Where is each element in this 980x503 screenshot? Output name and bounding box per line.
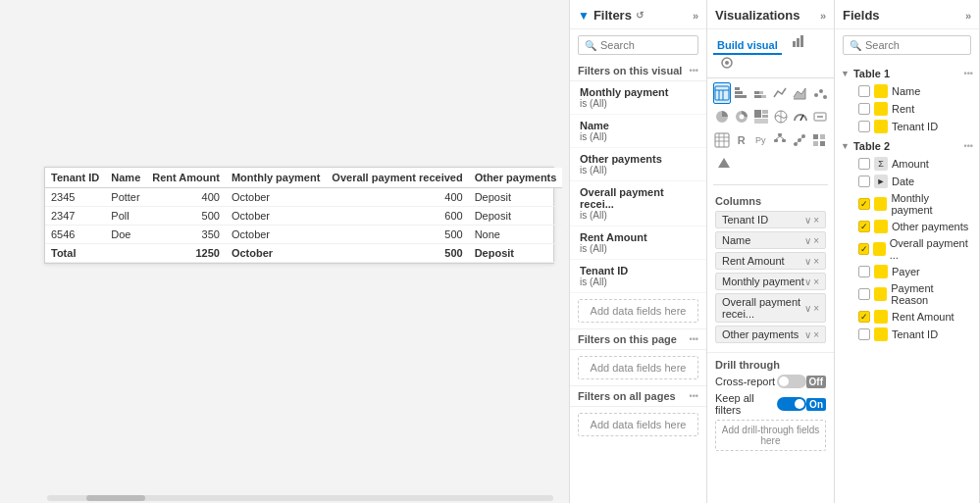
keep-filters-toggle[interactable]: [777, 397, 806, 411]
viz-stacked-bar-icon[interactable]: [752, 82, 770, 104]
field-checkbox[interactable]: [858, 328, 870, 340]
tree-field-item[interactable]: Tenant ID: [835, 326, 979, 343]
add-data-page-btn[interactable]: Add data fields here: [578, 356, 698, 379]
column-remove-icon[interactable]: ×: [813, 329, 819, 340]
column-remove-icon[interactable]: ×: [813, 235, 819, 246]
column-pill[interactable]: Tenant ID ∨ ×: [715, 211, 826, 228]
column-pill-actions[interactable]: ∨ ×: [804, 256, 819, 267]
expand-fields-icon[interactable]: »: [965, 10, 971, 22]
refresh-icon[interactable]: ↺: [636, 10, 644, 21]
expand-filters-icon[interactable]: »: [693, 10, 698, 22]
viz-area-icon[interactable]: [792, 82, 809, 104]
viz-table-icon[interactable]: [713, 82, 731, 104]
field-checkbox[interactable]: ✓: [858, 198, 870, 210]
expand-viz-icon[interactable]: »: [820, 10, 826, 22]
tree-field-item[interactable]: ✓ Monthly payment: [835, 190, 979, 218]
column-pill-actions[interactable]: ∨ ×: [804, 277, 819, 287]
field-checkbox[interactable]: [858, 85, 870, 97]
viz-treemap-icon[interactable]: [752, 106, 770, 127]
filter-item[interactable]: Rent Amount is (All): [570, 226, 706, 260]
field-checkbox[interactable]: [858, 176, 870, 187]
column-sort-icon[interactable]: ∨: [804, 235, 811, 246]
fields-table-menu[interactable]: •••: [964, 69, 973, 78]
tree-field-item[interactable]: ✓ Other payments: [835, 218, 979, 235]
viz-extra2-icon[interactable]: [810, 129, 828, 151]
field-checkbox[interactable]: ✓: [858, 311, 870, 323]
field-checkbox[interactable]: [858, 288, 870, 300]
column-pill[interactable]: Rent Amount ∨ ×: [715, 252, 826, 270]
field-checkbox[interactable]: [858, 266, 870, 277]
viz-map-icon[interactable]: [772, 106, 790, 127]
column-pill-actions[interactable]: ∨ ×: [804, 235, 819, 246]
filters-page-menu[interactable]: •••: [690, 334, 698, 344]
column-pill-actions[interactable]: ∨ ×: [804, 303, 819, 314]
filter-item[interactable]: Name is (All): [570, 115, 706, 148]
filter-item[interactable]: Monthly payment is (All): [570, 81, 706, 115]
column-remove-icon[interactable]: ×: [813, 256, 819, 267]
add-data-visual-btn[interactable]: Add data fields here: [578, 299, 698, 323]
viz-scatter-icon[interactable]: [811, 82, 829, 104]
analytics-tab[interactable]: [719, 55, 735, 74]
fields-search-input[interactable]: [865, 39, 964, 51]
viz-gauge-icon[interactable]: [792, 106, 809, 127]
column-pill[interactable]: Name ∨ ×: [715, 231, 826, 249]
add-data-all-btn[interactable]: Add data fields here: [578, 413, 698, 436]
tree-field-item[interactable]: ► Date: [835, 173, 979, 190]
viz-arrow-icon[interactable]: [713, 153, 735, 175]
column-remove-icon[interactable]: ×: [813, 303, 819, 314]
cell-rent: 400: [146, 188, 226, 207]
viz-extra1-icon[interactable]: [791, 129, 808, 151]
column-sort-icon[interactable]: ∨: [804, 303, 811, 314]
column-pill-actions[interactable]: ∨ ×: [804, 215, 819, 226]
fields-table-menu[interactable]: •••: [964, 141, 973, 151]
viz-bar-icon[interactable]: [733, 82, 750, 104]
viz-matrix-icon[interactable]: [713, 129, 731, 151]
column-pill[interactable]: Monthly payment ∨ ×: [715, 273, 826, 290]
tree-field-item[interactable]: Tenant ID: [835, 118, 979, 135]
column-pill-actions[interactable]: ∨ ×: [804, 329, 819, 340]
tree-field-item[interactable]: Σ Amount: [835, 155, 979, 173]
viz-card-icon[interactable]: [811, 106, 829, 127]
field-checkbox[interactable]: ✓: [858, 243, 869, 255]
column-remove-icon[interactable]: ×: [813, 277, 819, 287]
tree-field-item[interactable]: Payer: [835, 263, 979, 280]
tree-field-item[interactable]: Rent: [835, 100, 979, 118]
filters-visual-menu[interactable]: •••: [690, 66, 698, 75]
build-visual-tab[interactable]: Build visual: [713, 37, 782, 55]
column-remove-icon[interactable]: ×: [813, 215, 819, 226]
fields-search-box[interactable]: 🔍: [843, 35, 971, 55]
field-checkbox[interactable]: [858, 103, 870, 115]
viz-line-icon[interactable]: [772, 82, 790, 104]
viz-r-icon[interactable]: R: [733, 129, 750, 151]
column-sort-icon[interactable]: ∨: [804, 277, 811, 287]
horizontal-scrollbar[interactable]: [47, 495, 553, 501]
tree-field-item[interactable]: ✓ Rent Amount: [835, 308, 979, 326]
filters-all-menu[interactable]: •••: [690, 391, 698, 401]
tree-field-item[interactable]: Name: [835, 82, 979, 100]
column-sort-icon[interactable]: ∨: [804, 215, 811, 226]
filter-item[interactable]: Overall payment recei... is (All): [570, 181, 706, 226]
cross-report-toggle[interactable]: [777, 375, 806, 388]
field-checkbox[interactable]: [858, 121, 870, 132]
viz-donut-icon[interactable]: [733, 106, 750, 127]
filter-item[interactable]: Tenant ID is (All): [570, 260, 706, 293]
tree-group-header-1[interactable]: ▼ Table 2 •••: [835, 137, 979, 155]
table-visual[interactable]: Tenant ID Name Rent Amount Monthly payme…: [44, 167, 554, 264]
field-checkbox[interactable]: [858, 158, 870, 170]
filter-item[interactable]: Other payments is (All): [570, 148, 706, 181]
column-pill[interactable]: Other payments ∨ ×: [715, 326, 826, 343]
tree-field-item[interactable]: ✓ Overall payment ...: [835, 235, 979, 263]
filters-search-box[interactable]: 🔍: [578, 35, 698, 55]
filters-search-input[interactable]: [600, 39, 692, 51]
viz-decomp-icon[interactable]: [771, 129, 789, 151]
field-checkbox[interactable]: ✓: [858, 221, 870, 232]
tree-group-header-0[interactable]: ▼ Table 1 •••: [835, 65, 979, 82]
viz-py-icon[interactable]: Py: [752, 129, 770, 151]
column-sort-icon[interactable]: ∨: [804, 256, 811, 267]
column-pill[interactable]: Overall payment recei... ∨ ×: [715, 293, 826, 323]
format-tab[interactable]: [791, 33, 806, 52]
add-drill-fields-btn[interactable]: Add drill-through fields here: [715, 420, 826, 451]
tree-field-item[interactable]: Payment Reason: [835, 280, 979, 308]
column-sort-icon[interactable]: ∨: [804, 329, 811, 340]
viz-pie-icon[interactable]: [713, 106, 731, 127]
